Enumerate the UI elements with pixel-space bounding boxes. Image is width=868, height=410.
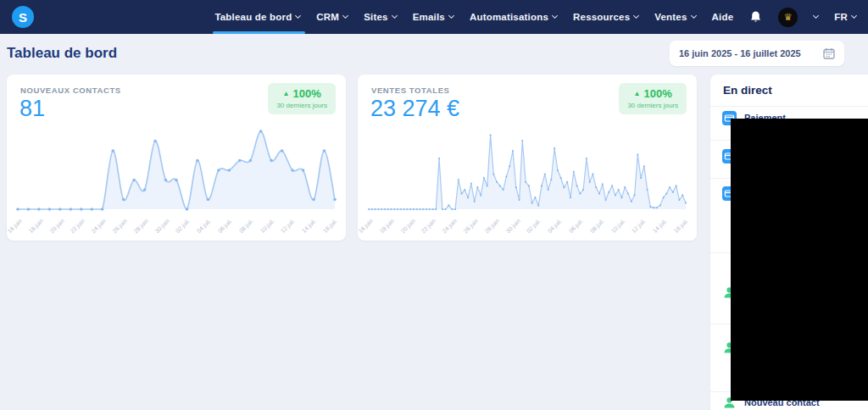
nav-item-label: Ressources [573, 12, 630, 22]
nav-item-sites[interactable]: Sites [364, 0, 397, 34]
nav-item-tableau-de-bord[interactable]: Tableau de bord [214, 0, 300, 34]
x-axis-labels: 16 juin18 juin20 juin22 juin24 juin26 ju… [14, 213, 339, 239]
nav-item-aide[interactable]: Aide [712, 0, 734, 34]
chevron-down-icon [342, 13, 348, 19]
language-selector[interactable]: FR [834, 0, 856, 34]
x-axis-labels: 16 juin18 juin20 juin22 juin24 juin26 ju… [364, 213, 690, 239]
chevron-down-icon [392, 13, 398, 19]
page-title: Tableau de bord [7, 45, 117, 62]
chevron-down-icon [690, 13, 696, 19]
nav-item-label: CRM [316, 12, 339, 22]
chevron-down-icon [851, 13, 857, 19]
card-label: VENTES TOTALES [371, 86, 450, 95]
chevron-down-icon[interactable] [813, 13, 819, 19]
redaction-overlay [731, 119, 868, 401]
up-arrow-icon: ▲ [634, 90, 641, 97]
change-badge: ▲100% 30 derniers jours [268, 83, 336, 114]
card-label: NOUVEAUX CONTACTS [20, 86, 121, 95]
language-label: FR [834, 12, 848, 22]
new-contacts-chart [14, 127, 339, 212]
change-percent: 100% [293, 87, 321, 100]
nav-item-automatisations[interactable]: Automatisations [470, 0, 557, 34]
top-navigation-bar: S Tableau de bordCRMSitesEmailsAutomatis… [0, 0, 868, 34]
new-contacts-card: NOUVEAUX CONTACTS 81 ▲100% 30 derniers j… [7, 75, 346, 241]
new-contacts-value: 81 [19, 96, 45, 122]
total-sales-card: VENTES TOTALES 23 274 € ▲100% 30 dernier… [358, 75, 697, 241]
nav-item-label: Ventes [654, 12, 687, 22]
change-period: 30 derniers jours [276, 102, 327, 109]
notifications-bell-icon[interactable] [749, 10, 762, 24]
nav-item-emails[interactable]: Emails [413, 0, 453, 34]
up-arrow-icon: ▲ [283, 90, 290, 97]
nav-item-ventes[interactable]: Ventes [654, 0, 695, 34]
total-sales-chart [364, 127, 690, 212]
nav-item-label: Tableau de bord [214, 12, 292, 22]
nav-item-ressources[interactable]: Ressources [573, 0, 638, 34]
nav-item-label: Sites [364, 12, 388, 22]
nav-item-label: Emails [413, 12, 445, 22]
date-range-picker[interactable]: 16 juin 2025 - 16 juillet 2025 [670, 41, 844, 66]
list-divider [710, 106, 868, 107]
calendar-icon [823, 47, 835, 59]
change-period: 30 derniers jours [627, 102, 678, 109]
change-percent: 100% [644, 87, 672, 100]
chevron-down-icon [552, 13, 558, 19]
total-sales-value: 23 274 € [370, 96, 459, 122]
app-logo[interactable]: S [12, 6, 34, 28]
nav-item-label: Aide [712, 12, 734, 22]
chevron-down-icon [633, 13, 639, 19]
nav-item-crm[interactable]: CRM [316, 0, 348, 34]
chevron-down-icon [448, 13, 454, 19]
date-range-value: 16 juin 2025 - 16 juillet 2025 [679, 48, 801, 58]
live-feed-title: En direct [723, 84, 772, 97]
user-avatar[interactable]: ♛ [778, 8, 798, 27]
chevron-down-icon [295, 13, 301, 19]
main-nav: Tableau de bordCRMSitesEmailsAutomatisat… [214, 0, 856, 34]
change-badge: ▲100% 30 derniers jours [619, 83, 687, 114]
page-header: Tableau de bord 16 juin 2025 - 16 juille… [0, 34, 868, 73]
nav-item-label: Automatisations [470, 12, 548, 22]
